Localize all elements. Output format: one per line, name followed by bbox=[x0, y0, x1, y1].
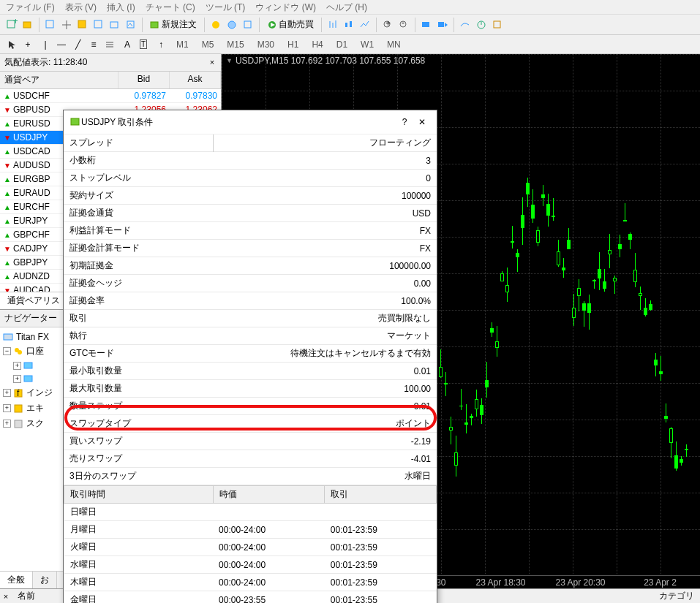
menu-insert[interactable]: 挿入 (I) bbox=[107, 1, 135, 12]
prop-row: 買いスワップ-2.19 bbox=[64, 433, 437, 450]
trendline-icon[interactable]: ╱ bbox=[70, 37, 85, 52]
svg-marker-31 bbox=[9, 41, 15, 49]
timeframe-h1[interactable]: H1 bbox=[282, 37, 304, 52]
folder-icon bbox=[23, 360, 34, 371]
timeframe-mn[interactable]: MN bbox=[382, 37, 406, 52]
terminal-icon[interactable] bbox=[108, 18, 122, 32]
navigator-icon[interactable] bbox=[91, 18, 106, 32]
accounts-icon bbox=[13, 346, 23, 357]
prop-row: 3日分のスワップ水曜日 bbox=[64, 468, 437, 485]
chart-dropdown-icon[interactable]: ▼ bbox=[226, 57, 233, 64]
indicator-icon: f bbox=[13, 388, 23, 398]
profiles-icon[interactable] bbox=[20, 18, 35, 32]
menu-help[interactable]: ヘルプ (H) bbox=[326, 1, 367, 12]
close-button[interactable]: ✕ bbox=[413, 115, 431, 129]
svg-rect-44 bbox=[71, 118, 79, 125]
options-icon[interactable] bbox=[241, 18, 255, 32]
svg-rect-2 bbox=[23, 22, 31, 28]
tree-expand-icon[interactable]: + bbox=[3, 420, 11, 428]
svg-rect-6 bbox=[78, 20, 86, 28]
auto-scroll-icon[interactable] bbox=[419, 18, 434, 32]
zoom-in-icon[interactable]: + bbox=[380, 18, 395, 32]
market-watch-icon[interactable] bbox=[43, 18, 58, 32]
timeframe-w1[interactable]: W1 bbox=[355, 37, 379, 52]
vertical-line-icon[interactable]: | bbox=[38, 37, 53, 52]
nav-root[interactable]: Titan FX bbox=[16, 332, 49, 342]
crosshair-tool-icon[interactable]: + bbox=[20, 37, 35, 52]
arrows-icon[interactable]: ↑ bbox=[154, 37, 168, 52]
svg-text:+: + bbox=[385, 19, 391, 29]
periodicity-icon[interactable] bbox=[474, 18, 489, 32]
timeframe-m5[interactable]: M5 bbox=[197, 37, 219, 52]
expert-advisors-icon[interactable] bbox=[225, 18, 239, 32]
market-watch-close[interactable]: × bbox=[208, 58, 217, 67]
bar-chart-icon[interactable] bbox=[325, 18, 340, 32]
meta-icon[interactable] bbox=[208, 18, 223, 32]
tree-expand-icon[interactable]: + bbox=[13, 375, 21, 383]
mw-col-pair[interactable]: 通貨ペア bbox=[0, 72, 118, 88]
tree-expand-icon[interactable]: + bbox=[13, 362, 21, 370]
timeframe-h4[interactable]: H4 bbox=[306, 37, 328, 52]
terminal-close[interactable]: × bbox=[0, 592, 12, 601]
prop-row: スプレッドフローティング bbox=[64, 134, 437, 152]
chart-shift-icon[interactable] bbox=[435, 18, 450, 32]
mw-col-ask[interactable]: Ask bbox=[170, 72, 221, 88]
new-chart-icon[interactable]: + bbox=[4, 18, 19, 32]
tree-expand-icon[interactable]: + bbox=[3, 389, 11, 397]
menu-file[interactable]: ファイル (F) bbox=[6, 1, 55, 12]
server-icon bbox=[3, 332, 13, 342]
candlestick-icon[interactable] bbox=[342, 18, 356, 32]
menu-chart[interactable]: チャート (C) bbox=[146, 1, 195, 12]
nav-experts[interactable]: エキ bbox=[26, 402, 44, 414]
market-watch-row[interactable]: ▲USDCHF0.978270.97830 bbox=[0, 89, 221, 103]
channel-icon[interactable]: ≡ bbox=[86, 37, 101, 52]
help-button[interactable]: ? bbox=[396, 115, 413, 129]
svg-rect-10 bbox=[151, 22, 158, 28]
prop-row: 執行マーケット bbox=[64, 327, 437, 345]
dialog-title-text: USDJPY 取引条件 bbox=[81, 116, 396, 129]
prop-row: 証拠金ヘッジ0.00 bbox=[64, 275, 437, 292]
nav-accounts[interactable]: 口座 bbox=[26, 345, 44, 357]
line-chart-icon[interactable] bbox=[358, 18, 372, 32]
new-order-button[interactable]: 新規注文 bbox=[146, 18, 200, 32]
mw-tab-pairs[interactable]: 通貨ペアリス bbox=[0, 292, 68, 309]
data-window-icon[interactable] bbox=[75, 18, 90, 32]
menu-tool[interactable]: ツール (T) bbox=[206, 1, 246, 12]
zoom-out-icon[interactable]: - bbox=[396, 18, 411, 32]
schedule-row: 木曜日00:00-24:0000:01-23:59 bbox=[64, 574, 437, 591]
time-label: 23 Apr 20:30 bbox=[541, 575, 620, 588]
svg-rect-39 bbox=[24, 376, 32, 382]
svg-rect-35 bbox=[4, 334, 12, 340]
nav-scripts[interactable]: スク bbox=[26, 417, 44, 430]
nav-indicators[interactable]: インジ bbox=[26, 387, 53, 399]
menu-view[interactable]: 表示 (V) bbox=[65, 1, 97, 12]
nav-tab-favorite[interactable]: お bbox=[33, 572, 57, 588]
timeframe-d1[interactable]: D1 bbox=[331, 37, 353, 52]
auto-trade-button[interactable]: 自動売買 bbox=[263, 18, 317, 32]
text-icon[interactable]: A bbox=[120, 37, 135, 52]
svg-point-11 bbox=[212, 21, 219, 29]
text-label-icon[interactable]: T bbox=[136, 37, 151, 52]
fibonacci-icon[interactable] bbox=[102, 37, 117, 52]
svg-rect-8 bbox=[110, 22, 118, 28]
nav-tab-general[interactable]: 全般 bbox=[0, 572, 33, 588]
templates-icon[interactable] bbox=[490, 18, 505, 32]
schedule-row: 金曜日00:00-23:5500:01-23:55 bbox=[64, 591, 437, 604]
mw-col-bid[interactable]: Bid bbox=[118, 72, 170, 88]
prop-row: 取引売買制限なし bbox=[64, 310, 437, 327]
tree-expand-icon[interactable]: + bbox=[3, 404, 11, 412]
contract-spec-dialog: USDJPY 取引条件 ? ✕ スプレッドフローティング小数桁3ストップレベル0… bbox=[63, 110, 437, 603]
menu-window[interactable]: ウィンドウ (W) bbox=[255, 1, 316, 12]
prop-row: 小数桁3 bbox=[64, 152, 437, 170]
cursor-icon[interactable] bbox=[4, 37, 19, 52]
terminal-col-name: 名前 bbox=[12, 590, 41, 602]
indicators-icon[interactable] bbox=[458, 18, 473, 32]
timeframe-m1[interactable]: M1 bbox=[171, 37, 194, 52]
tree-collapse-icon[interactable]: − bbox=[3, 347, 11, 355]
strategy-tester-icon[interactable] bbox=[124, 18, 138, 32]
timeframe-m30[interactable]: M30 bbox=[252, 37, 279, 52]
menu-bar: ファイル (F) 表示 (V) 挿入 (I) チャート (C) ツール (T) … bbox=[0, 0, 700, 15]
crosshair-icon[interactable] bbox=[59, 18, 74, 32]
horizontal-line-icon[interactable]: — bbox=[54, 37, 69, 52]
timeframe-m15[interactable]: M15 bbox=[222, 37, 249, 52]
